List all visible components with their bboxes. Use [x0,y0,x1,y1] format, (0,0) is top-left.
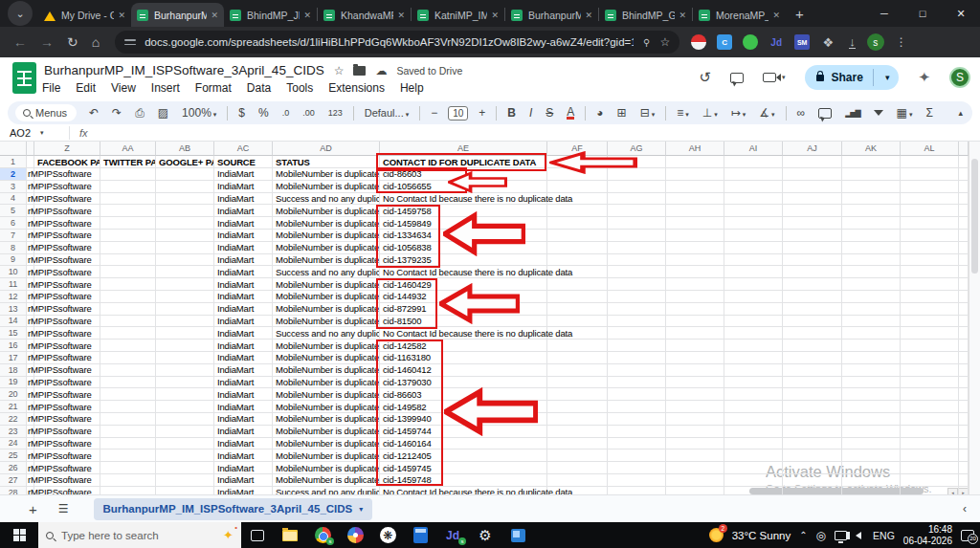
cell-AI13[interactable] [724,303,783,316]
cell-AH16[interactable] [666,340,724,352]
cell-AI28[interactable] [724,487,783,494]
cell-AB19[interactable] [156,377,214,389]
cell-filler-21[interactable] [959,401,969,413]
cell-AL9[interactable] [901,254,959,267]
cell-AJ21[interactable] [783,401,842,413]
cell-AC25[interactable]: IndiaMart [214,449,273,462]
cell-AA19[interactable] [100,377,156,389]
cell-AF17[interactable] [547,352,608,364]
move-folder-icon[interactable] [353,66,366,76]
cell-AH4[interactable] [666,193,724,206]
cell-AJ23[interactable] [783,426,842,438]
menu-file[interactable]: File [42,81,60,95]
cell-AK13[interactable] [842,303,901,316]
menus-search-button[interactable]: Menus [15,104,77,121]
cell-AD28[interactable]: Success and no any duplicate [273,487,380,494]
close-button[interactable]: ✕ [942,8,980,20]
cell-Z24[interactable]: rMPIPSsoftware [34,438,100,450]
row-header-16[interactable]: 16 [0,340,27,352]
cell-AL8[interactable] [901,242,959,254]
cell-AC11[interactable]: IndiaMart [214,278,273,291]
gemini-sparkle-icon[interactable]: ✦ [918,69,930,86]
cell-AD25[interactable]: MobileNumber is duplicate [273,449,380,462]
bold-icon[interactable]: B [507,106,516,120]
cell-AG27[interactable] [608,474,666,487]
cell-AK15[interactable] [842,327,901,340]
cell-AG3[interactable] [608,181,666,193]
cell-Z8[interactable]: rMPIPSsoftware [34,242,100,254]
add-sheet-icon[interactable]: + [29,501,37,517]
cell-AK22[interactable] [842,413,901,426]
cell-AA18[interactable] [100,364,156,377]
cell-filler-15[interactable] [959,327,969,340]
cell-AF27[interactable] [547,474,608,487]
menu-edit[interactable]: Edit [76,81,96,95]
menu-insert[interactable]: Insert [151,81,180,95]
cell-AI26[interactable] [724,462,783,474]
cell-filler-27[interactable] [959,474,969,487]
column-header-AI[interactable]: AI [724,142,783,156]
cell-AH23[interactable] [666,426,724,438]
zoom-select[interactable]: 100%▾ [182,106,216,120]
cell-AI9[interactable] [724,254,783,267]
cell-AD22[interactable]: MobileNumber is duplicate [273,413,380,426]
cell-AI11[interactable] [724,278,783,291]
cell-AF26[interactable] [547,462,608,474]
cell-Z18[interactable]: rMPIPSsoftware [34,364,100,377]
cell-AD17[interactable]: MobileNumber is duplicate [273,352,380,364]
cell-AC20[interactable]: IndiaMart [214,388,273,401]
cell-AB16[interactable] [156,340,214,352]
cell-AL4[interactable] [901,193,959,206]
cell-AL22[interactable] [901,413,959,426]
cell-AK11[interactable] [842,278,901,291]
cell-AG7[interactable] [608,230,666,242]
cell-AL20[interactable] [901,388,959,401]
cell-AD23[interactable]: MobileNumber is duplicate [273,426,380,438]
tab-close-icon[interactable]: ✕ [303,11,311,20]
cell-AH20[interactable] [666,388,724,401]
cell-AI20[interactable] [724,388,783,401]
cell-Z28[interactable]: rMPIPSsoftware [34,487,100,494]
cell-filler-18[interactable] [959,364,969,377]
row-header-17[interactable]: 17 [0,352,27,364]
cell-filler-11[interactable] [959,278,969,291]
cell-AD6[interactable]: MobileNumber is duplicate [273,217,380,230]
cell-AL2[interactable] [901,168,959,181]
cell-filler-9[interactable] [959,254,969,267]
tab-close-icon[interactable]: ✕ [211,11,218,20]
cell-AJ16[interactable] [783,340,842,352]
cell-AC4[interactable]: IndiaMart [214,193,273,206]
cell-AA27[interactable] [100,474,156,487]
cell-AA10[interactable] [100,266,156,278]
tab-close-icon[interactable]: ✕ [585,11,592,20]
cell-filler-7[interactable] [959,230,969,242]
paint-format-icon[interactable]: ▨ [158,106,168,120]
cell-AA3[interactable] [100,181,156,193]
maximize-button[interactable]: □ [903,8,942,19]
column-header-stub[interactable] [27,142,34,156]
cell-AI12[interactable] [724,291,783,303]
cell-AL14[interactable] [901,316,959,328]
cell-AD11[interactable]: MobileNumber is duplicate [273,278,380,291]
vertical-align-icon[interactable]: ⊥▾ [702,106,718,120]
cell-AB15[interactable] [156,327,214,340]
browser-tab[interactable]: BhindMP_GI✕ [599,3,692,27]
cell-AF16[interactable] [547,340,608,352]
cell-AD13[interactable]: MobileNumber is duplicate [273,303,380,316]
browser-profile-avatar[interactable]: s [867,33,884,51]
cell-AH25[interactable] [666,449,724,462]
cell-AA25[interactable] [100,449,156,462]
cell-AL24[interactable] [901,438,959,450]
sm-extension-icon[interactable]: SM [794,34,810,50]
cell-AF20[interactable] [547,388,608,401]
tab-close-icon[interactable]: ✕ [772,11,780,20]
cell-Z17[interactable]: rMPIPSsoftware [34,352,100,364]
cell-filler-2[interactable] [959,168,969,181]
text-rotation-icon[interactable]: ∡▾ [759,106,774,120]
cell-AH10[interactable] [666,266,724,278]
cell-AK17[interactable] [842,352,901,364]
row-header-11[interactable]: 11 [0,278,27,291]
row-header-14[interactable]: 14 [0,316,27,328]
forward-icon[interactable]: → [40,34,54,50]
row-header-3[interactable]: 3 [0,181,27,193]
